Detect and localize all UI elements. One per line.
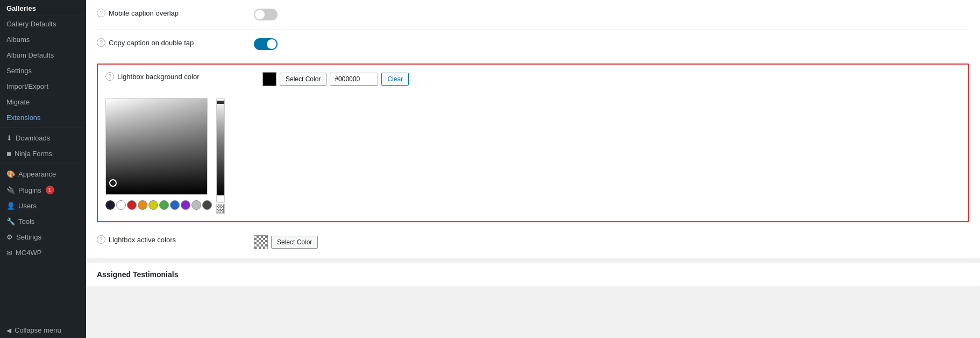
sidebar-item-label: Migrate — [6, 98, 30, 106]
collapse-menu-item[interactable]: ◀ Collapse menu — [0, 322, 86, 338]
main-content: ? Mobile caption overlap ? Copy caption … — [86, 0, 980, 338]
lightbox-bg-color-swatch[interactable] — [262, 72, 276, 86]
sidebar-divider-2 — [0, 164, 86, 164]
sidebar-item-downloads[interactable]: ⬇ Downloads — [0, 130, 86, 146]
gradient-background — [106, 98, 207, 194]
lightbox-active-colors-swatch[interactable] — [254, 235, 268, 249]
sidebar-item-tools[interactable]: 🔧 Tools — [0, 214, 86, 229]
color-bar-alpha — [216, 204, 225, 214]
sidebar-divider-3 — [0, 263, 86, 263]
color-bar-gradient — [217, 98, 224, 195]
sidebar: Galleries Gallery Defaults Albums Album … — [0, 0, 86, 338]
swatch-yellow[interactable] — [148, 200, 158, 210]
plugins-badge: 1 — [46, 186, 54, 194]
color-picker-main — [105, 98, 212, 210]
lightbox-active-colors-select-button[interactable]: Select Color — [271, 236, 318, 249]
ninja-forms-icon: ◼ — [6, 150, 11, 157]
sidebar-item-label: Tools — [18, 217, 34, 226]
lightbox-bg-clear-button[interactable]: Clear — [381, 73, 409, 86]
sidebar-item-label: MC4WP — [16, 249, 41, 257]
sidebar-item-label: Albums — [6, 36, 30, 44]
sidebar-item-label: Import/Export — [6, 82, 48, 90]
swatch-green[interactable] — [159, 200, 169, 210]
color-picker-widget — [105, 98, 961, 214]
sidebar-item-label: Plugins — [18, 186, 41, 194]
lightbox-bg-select-color-button[interactable]: Select Color — [280, 73, 326, 86]
color-bar-handle[interactable] — [217, 101, 224, 104]
collapse-icon: ◀ — [6, 327, 11, 334]
sidebar-item-label: Settings — [6, 67, 32, 75]
lightbox-bg-color-label: Lightbox background color — [117, 73, 200, 81]
color-gradient-area[interactable] — [105, 98, 208, 195]
swatch-orange[interactable] — [138, 200, 147, 210]
users-icon: 👤 — [6, 202, 15, 210]
mobile-caption-overlap-toggle[interactable] — [254, 9, 278, 20]
sidebar-item-ninja-forms[interactable]: ◼ Ninja Forms — [0, 146, 86, 161]
assigned-testimonials-section: Assigned Testimonials — [86, 263, 980, 286]
sidebar-item-migrate[interactable]: Migrate — [0, 94, 86, 110]
sidebar-item-settings2[interactable]: ⚙ Settings — [0, 229, 86, 245]
sidebar-item-appearance[interactable]: 🎨 Appearance — [0, 166, 86, 182]
sidebar-item-extensions[interactable]: Extensions — [0, 110, 86, 125]
mc4wp-icon: ✉ — [6, 249, 12, 257]
sidebar-item-label: Extensions — [6, 114, 41, 122]
gradient-cursor — [109, 179, 117, 187]
sidebar-item-label: Ninja Forms — [15, 150, 52, 158]
lightbox-bg-color-label-group: ? Lightbox background color — [105, 72, 256, 81]
assigned-testimonials-title: Assigned Testimonials — [97, 270, 969, 279]
lightbox-active-colors-label: Lightbox active colors — [109, 236, 176, 244]
sidebar-item-mc4wp[interactable]: ✉ MC4WP — [0, 245, 86, 260]
lightbox-bg-color-controls: Select Color Clear — [262, 72, 409, 86]
sidebar-item-label: Settings — [16, 233, 41, 241]
mobile-caption-overlap-row: ? Mobile caption overlap — [97, 0, 969, 30]
lightbox-bg-color-section: ? Lightbox background color Select Color… — [97, 64, 969, 222]
sidebar-item-label: Downloads — [16, 134, 50, 142]
settings-panel: ? Mobile caption overlap ? Copy caption … — [86, 0, 980, 258]
sidebar-item-gallery-defaults[interactable]: Gallery Defaults — [0, 16, 86, 32]
toggle-knob-on — [267, 39, 276, 49]
swatch-black[interactable] — [105, 200, 115, 210]
copy-caption-label: Copy caption on double tap — [109, 39, 194, 47]
copy-caption-toggle[interactable] — [254, 38, 278, 50]
color-bar-container — [216, 98, 225, 214]
sidebar-header: Galleries — [0, 0, 86, 16]
lightbox-active-colors-help-icon[interactable]: ? — [97, 235, 105, 244]
sidebar-item-import-export[interactable]: Import/Export — [0, 79, 86, 94]
mobile-caption-overlap-help-icon[interactable]: ? — [97, 9, 105, 17]
color-bar[interactable] — [216, 98, 225, 203]
copy-caption-label-group: ? Copy caption on double tap — [97, 38, 247, 47]
collapse-menu-label: Collapse menu — [15, 326, 61, 334]
sidebar-item-label: Album Defaults — [6, 51, 54, 59]
tools-icon: 🔧 — [6, 217, 15, 226]
lightbox-bg-color-row: ? Lightbox background color Select Color… — [105, 72, 961, 91]
swatch-dark-gray[interactable] — [202, 200, 212, 210]
sidebar-item-settings[interactable]: Settings — [0, 63, 86, 79]
swatch-red[interactable] — [127, 200, 137, 210]
swatch-blue[interactable] — [170, 200, 180, 210]
sidebar-item-album-defaults[interactable]: Album Defaults — [0, 47, 86, 63]
sidebar-item-label: Gallery Defaults — [6, 20, 56, 28]
sidebar-item-label: Users — [18, 202, 37, 210]
mobile-caption-overlap-label-group: ? Mobile caption overlap — [97, 9, 247, 17]
lightbox-bg-color-help-icon[interactable]: ? — [105, 72, 114, 81]
lightbox-active-colors-controls: Select Color — [254, 235, 318, 249]
toggle-knob — [255, 10, 265, 19]
sidebar-item-users[interactable]: 👤 Users — [0, 198, 86, 214]
swatch-purple[interactable] — [181, 200, 190, 210]
settings-icon: ⚙ — [6, 233, 13, 241]
copy-caption-double-tap-row: ? Copy caption on double tap — [97, 30, 969, 59]
swatch-light-gray[interactable] — [191, 200, 201, 210]
copy-caption-help-icon[interactable]: ? — [97, 38, 105, 47]
download-icon: ⬇ — [6, 134, 12, 142]
lightbox-active-colors-row: ? Lightbox active colors Select Color — [97, 227, 969, 258]
sidebar-divider — [0, 128, 86, 128]
sidebar-item-plugins[interactable]: 🔌 Plugins 1 — [0, 182, 86, 198]
sidebar-item-label: Appearance — [18, 170, 56, 178]
lightbox-bg-color-hex-input[interactable] — [330, 73, 378, 86]
swatch-white[interactable] — [116, 200, 126, 210]
sidebar-item-albums[interactable]: Albums — [0, 32, 86, 47]
lightbox-active-colors-label-group: ? Lightbox active colors — [97, 235, 247, 244]
appearance-icon: 🎨 — [6, 170, 15, 178]
color-swatch-row — [105, 200, 212, 210]
plugins-icon: 🔌 — [6, 186, 15, 194]
